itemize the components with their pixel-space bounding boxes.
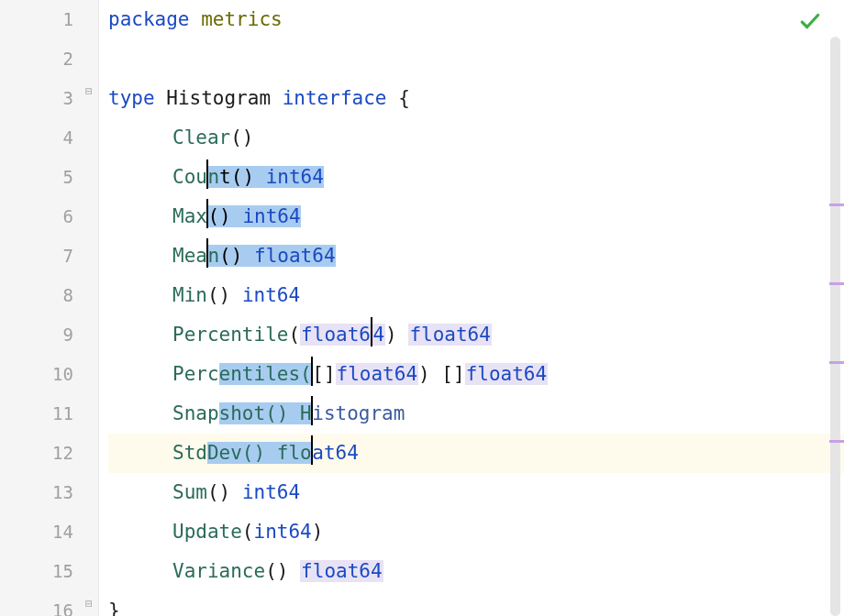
code-line[interactable]: Min() int64 <box>108 276 844 315</box>
method: Max <box>172 205 207 227</box>
line-number: 3 <box>0 79 73 118</box>
line-number: 11 <box>0 394 73 434</box>
method: Min <box>172 284 207 306</box>
method: Cou <box>172 166 207 188</box>
method: Update <box>172 521 242 543</box>
marker-tick[interactable] <box>829 440 844 443</box>
type: at64 <box>312 442 359 464</box>
type: float64 <box>408 324 492 346</box>
caret-icon <box>206 160 209 189</box>
caret-icon <box>206 238 209 268</box>
code-line[interactable]: } <box>108 591 844 616</box>
line-number: 7 <box>0 236 73 276</box>
keyword: type <box>108 87 155 109</box>
method: Snap <box>172 402 219 424</box>
method: Sum <box>172 481 207 503</box>
line-number: 10 <box>0 355 73 394</box>
type: float64 <box>336 363 419 385</box>
marker-tick[interactable] <box>829 361 844 364</box>
code-line[interactable]: Update(int64) <box>108 512 844 552</box>
caret-icon <box>311 357 314 386</box>
line-number: 1 <box>0 0 73 39</box>
selection: shot() H <box>219 402 312 424</box>
code-line[interactable]: Percentile(float64) float64 <box>108 315 844 355</box>
selection: Dev() flo <box>207 442 312 464</box>
selection: entiles( <box>219 363 312 385</box>
line-number: 14 <box>0 512 73 552</box>
type-name: Histogram <box>166 87 271 109</box>
marker-tick[interactable] <box>829 282 844 285</box>
type: istogram <box>312 402 405 424</box>
caret-icon <box>371 317 373 346</box>
line-number: 13 <box>0 473 73 512</box>
code-line[interactable]: Clear() <box>108 118 844 158</box>
code-line[interactable]: Snapshot() Histogram <box>108 394 844 434</box>
code-line[interactable]: Count() int64 <box>108 158 844 197</box>
line-number: 12 <box>0 434 73 473</box>
scrollbar[interactable] <box>830 37 840 616</box>
code-line[interactable]: Mean() float64 <box>108 236 844 276</box>
code-line[interactable]: Variance() float64 <box>108 552 844 591</box>
caret-icon <box>311 396 314 425</box>
code-line[interactable] <box>108 39 844 79</box>
line-number: 4 <box>0 118 73 158</box>
code-line[interactable]: Sum() int64 <box>108 473 844 512</box>
caret-icon <box>311 435 314 465</box>
selection: n() float64 <box>207 245 335 267</box>
code-line-current[interactable]: StdDev() float64 <box>108 434 844 473</box>
method: Mea <box>172 245 207 267</box>
type: float64 <box>300 560 383 582</box>
gutter: 1 2 3 4 5 6 7 8 9 10 11 12 13 14 15 16 ⊟… <box>0 0 99 616</box>
type: int64 <box>242 284 300 306</box>
line-number: 2 <box>0 39 73 79</box>
line-number: 8 <box>0 276 73 315</box>
keyword: interface <box>283 87 387 109</box>
keyword: package <box>108 8 190 30</box>
method: Variance <box>172 560 265 582</box>
selection: () int64 <box>207 205 300 227</box>
line-number: 15 <box>0 552 73 591</box>
fold-minus-icon[interactable]: ⊟ <box>82 597 96 610</box>
code-line[interactable]: package metrics <box>108 0 844 39</box>
code-line[interactable]: type Histogram interface { <box>108 79 844 118</box>
code-line[interactable]: Percentiles([]float64) []float64 <box>108 355 844 394</box>
marker-tick[interactable] <box>829 204 844 206</box>
method: Perc <box>172 363 219 385</box>
line-number: 5 <box>0 158 73 197</box>
method: Std <box>172 442 207 464</box>
method: Clear <box>172 126 230 148</box>
selection: nt() int64 <box>207 166 323 188</box>
type: int64 <box>254 521 312 543</box>
caret-icon <box>206 199 209 228</box>
line-number: 9 <box>0 315 73 355</box>
type: float6 <box>300 324 372 346</box>
type: int64 <box>242 481 300 503</box>
type: float64 <box>465 363 549 385</box>
pkg-name: metrics <box>201 8 283 30</box>
method: Percentile <box>172 324 288 346</box>
line-number: 16 <box>0 591 73 616</box>
code-line[interactable]: Max() int64 <box>108 197 844 236</box>
line-number: 6 <box>0 197 73 236</box>
fold-minus-icon[interactable]: ⊟ <box>82 84 96 98</box>
check-icon[interactable] <box>798 9 822 38</box>
code-editor[interactable]: package metrics type Histogram interface… <box>99 0 844 616</box>
